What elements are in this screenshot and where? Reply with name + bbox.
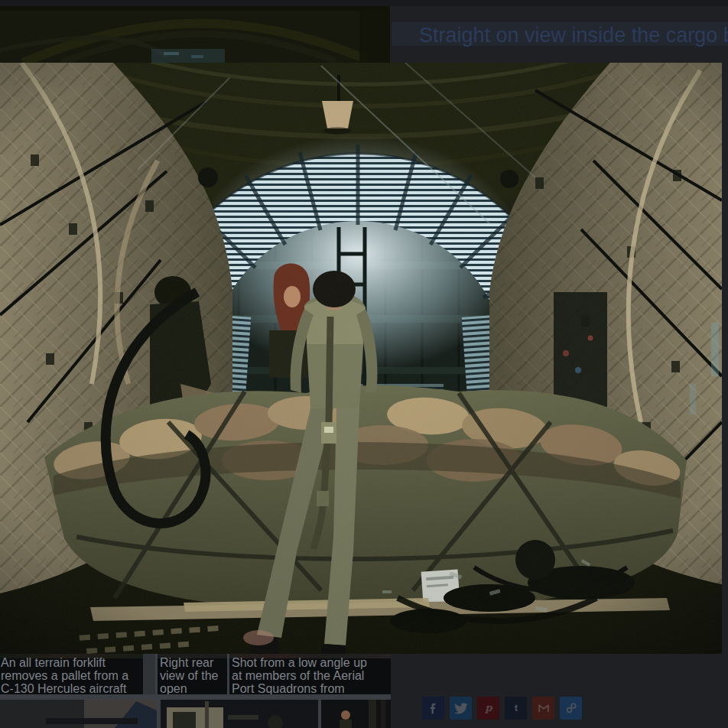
twitter-icon — [453, 700, 469, 716]
gmail-icon — [536, 700, 551, 716]
caption-line: An all terrain forklift — [1, 656, 154, 669]
link-icon — [564, 700, 579, 716]
svg-text:t: t — [514, 702, 518, 713]
facebook-icon — [426, 700, 441, 716]
twitter-share-button[interactable] — [450, 697, 472, 720]
caption-line: at members of the Aerial — [232, 669, 389, 682]
thumbnail-right-rear-view[interactable]: Right rear view of the open — [158, 654, 227, 694]
caption-line: removes a pallet from a — [1, 669, 154, 682]
thumbnail-art — [321, 700, 391, 728]
pinterest-share-button[interactable]: p — [477, 697, 499, 720]
thumbnail-caption: Shot from a low angle up at members of t… — [229, 654, 391, 694]
gmail-share-button[interactable] — [532, 697, 554, 720]
thumbnail-forklift-truck[interactable] — [161, 700, 318, 728]
caption-line: Right rear — [160, 656, 226, 669]
thumbnail-caption: An all terrain forklift removes a pallet… — [0, 654, 155, 694]
caption-line: open — [160, 682, 226, 694]
thumbnail-caption: Right rear view of the open — [158, 654, 227, 694]
thumbnail-aerial-port-squadron[interactable]: Shot from a low angle up at members of t… — [229, 654, 391, 694]
photo-title: Straight on view inside the cargo bay o — [419, 24, 728, 50]
thumbnail-aircraft-tail[interactable] — [0, 700, 157, 728]
copy-link-share-button[interactable] — [560, 697, 582, 720]
top-bar — [0, 0, 728, 6]
pinterest-icon: p — [481, 700, 496, 716]
cargo-bay-photo[interactable] — [0, 63, 722, 654]
thumbnail-edge-strip — [143, 654, 155, 694]
thumbnail-crew-interior[interactable] — [321, 700, 391, 728]
social-share-row: p t — [422, 697, 582, 720]
svg-text:p: p — [484, 701, 493, 713]
cargo-bay-photo-art — [0, 63, 722, 654]
tumblr-share-button[interactable]: t — [505, 697, 527, 720]
caption-line: C-130 Hercules aircraft — [1, 682, 154, 694]
thumbnail-forklift[interactable]: An all terrain forklift removes a pallet… — [0, 654, 155, 694]
background-hero-image — [0, 6, 390, 63]
lightbox-overlay[interactable]: Straight on view inside the cargo bay o — [0, 0, 728, 728]
facebook-share-button[interactable] — [422, 697, 444, 720]
hero-dim-art — [0, 6, 390, 63]
caption-line: view of the — [160, 669, 226, 682]
thumbnail-art — [0, 700, 157, 728]
thumbnail-art — [161, 700, 318, 728]
caption-line: Shot from a low angle up — [232, 656, 389, 669]
tumblr-icon: t — [509, 700, 524, 716]
caption-line: Port Squadrons from — [232, 682, 389, 694]
